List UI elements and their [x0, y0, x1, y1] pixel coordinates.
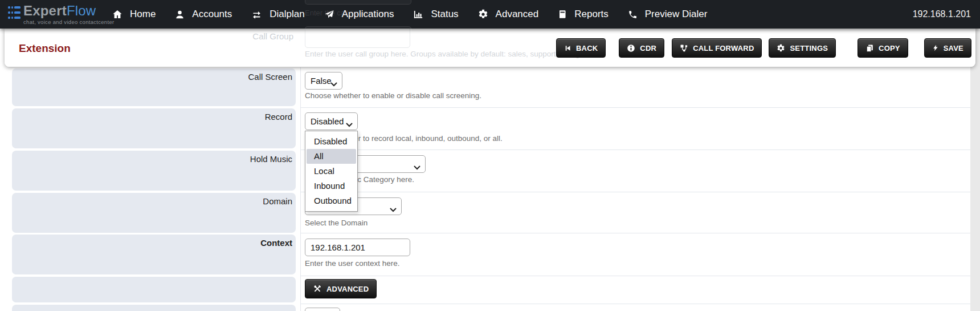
extension-page: Enter the call timeout here. ExpertFlow …: [0, 0, 980, 311]
context-input[interactable]: [305, 239, 410, 256]
label-cell-call-screen: Call Screen: [12, 68, 296, 106]
nav-item-label: Reports: [574, 9, 609, 20]
nav-item-advanced[interactable]: Advanced: [478, 9, 539, 20]
button-label: SETTINGS: [790, 44, 828, 52]
page-header-bar: Call Group Enter the user call group her…: [5, 29, 975, 67]
user-icon: [175, 10, 185, 19]
dropdown-option-highlighted[interactable]: All: [307, 149, 356, 164]
field-label: Domain: [263, 196, 292, 206]
brand-logo[interactable]: ExpertFlow chat, voice and video contact…: [8, 3, 114, 25]
chevron-down-icon: [330, 79, 337, 88]
label-cell-hold-music: Hold Music: [12, 151, 296, 191]
call-screen-helper: Choose whether to enable or disable call…: [305, 91, 481, 100]
bar-chart-icon: [413, 9, 423, 19]
form-content: Call Screen Record Hold Music Domain Con…: [0, 29, 970, 311]
nav-item-home[interactable]: Home: [112, 9, 156, 20]
save-button[interactable]: SAVE: [924, 38, 971, 58]
tools-icon: [313, 284, 322, 293]
brand-logo-icon: [8, 6, 21, 19]
row-divider: [300, 107, 970, 108]
nav-item-reports[interactable]: Reports: [558, 9, 609, 20]
select-value: Disabled: [311, 116, 344, 126]
button-label: CDR: [640, 44, 656, 52]
nav-item-label: Accounts: [192, 9, 232, 20]
nav-item-label: Preview Dialer: [645, 9, 708, 20]
nav-item-status[interactable]: Status: [413, 9, 458, 20]
lightning-bolt-icon: [932, 44, 939, 52]
phone-icon: [628, 10, 638, 19]
skip-back-icon: [564, 45, 571, 52]
nav-item-label: Status: [431, 9, 458, 20]
nav-item-label: Dialplan: [270, 9, 304, 20]
context-helper: Enter the user context here.: [305, 259, 400, 268]
home-icon: [112, 9, 122, 19]
server-address: 192.168.1.201: [913, 0, 971, 29]
button-label: SAVE: [944, 44, 963, 52]
field-label: Context: [260, 238, 292, 248]
back-button[interactable]: BACK: [556, 38, 606, 58]
select-value: False: [311, 76, 332, 86]
page-title: Extension: [19, 42, 71, 55]
field-label: Call Screen: [248, 72, 292, 82]
call-forward-icon: [680, 44, 688, 52]
ghost-call-group-label: Call Group: [5, 31, 293, 41]
nav-item-accounts[interactable]: Accounts: [175, 9, 232, 20]
nav-item-applications[interactable]: Applications: [324, 9, 394, 20]
button-label: BACK: [576, 44, 598, 52]
column-divider: [300, 67, 301, 311]
row-divider: [300, 233, 970, 233]
field-label: Hold Music: [250, 154, 292, 164]
button-label: COPY: [879, 44, 900, 52]
record-select[interactable]: Disabled: [305, 112, 358, 130]
button-label: CALL FORWARD: [693, 44, 754, 52]
label-cell-advanced: [12, 277, 296, 302]
row-divider: [300, 150, 970, 150]
nav-item-label: Applications: [342, 9, 394, 20]
nav-menu: Home Accounts Dialplan Applications Stat…: [112, 0, 707, 29]
field-label: Record: [265, 112, 292, 122]
info-icon: [627, 44, 635, 52]
brand-name-primary: Expert: [23, 3, 67, 18]
header-action-buttons: BACK CDR CALL FORWARD SETTINGS COPY SAVE: [556, 38, 971, 58]
gear-icon: [777, 44, 785, 52]
top-navbar: Enter the call timeout here. ExpertFlow …: [0, 0, 980, 29]
label-cell-context: Context: [12, 235, 296, 274]
brand-name-secondary: Flow: [67, 3, 96, 18]
nav-item-label: Home: [130, 9, 156, 20]
call-forward-button[interactable]: CALL FORWARD: [672, 38, 762, 58]
dropdown-option[interactable]: Local: [307, 164, 356, 179]
nav-item-preview-dialer[interactable]: Preview Dialer: [628, 9, 708, 20]
paper-plane-icon: [324, 9, 334, 19]
row-divider: [300, 304, 970, 304]
label-cell-record: Record: [12, 108, 296, 148]
copy-button[interactable]: COPY: [858, 38, 908, 58]
dropdown-option[interactable]: Outbound: [307, 193, 356, 208]
exchange-icon: [251, 10, 262, 19]
call-screen-select[interactable]: False: [305, 72, 342, 90]
label-cell-partial: [12, 305, 296, 311]
row-divider: [300, 276, 970, 276]
domain-helper: Select the Domain: [305, 219, 368, 227]
record-dropdown-list: Disabled All Local Inbound Outbound: [305, 131, 358, 212]
chevron-down-icon: [346, 119, 353, 129]
nav-item-label: Advanced: [496, 9, 539, 20]
copy-icon: [865, 44, 874, 52]
partial-next-field: [305, 308, 340, 311]
book-icon: [558, 9, 567, 19]
cdr-button[interactable]: CDR: [619, 38, 664, 58]
nav-item-dialplan[interactable]: Dialplan: [251, 9, 304, 20]
button-label: ADVANCED: [326, 285, 369, 293]
gear-icon: [478, 9, 488, 19]
chevron-down-icon: [390, 204, 397, 214]
dropdown-option[interactable]: Disabled: [307, 134, 356, 149]
dropdown-option[interactable]: Inbound: [307, 179, 356, 193]
settings-button[interactable]: SETTINGS: [769, 38, 836, 58]
chevron-down-icon: [414, 162, 420, 172]
label-cell-domain: Domain: [12, 193, 296, 233]
ghost-call-group-helper: Enter the user call group here. Groups a…: [305, 50, 582, 58]
row-divider: [300, 192, 970, 192]
brand-tagline: chat, voice and video contactcenter: [23, 19, 114, 25]
advanced-button[interactable]: ADVANCED: [305, 279, 377, 298]
